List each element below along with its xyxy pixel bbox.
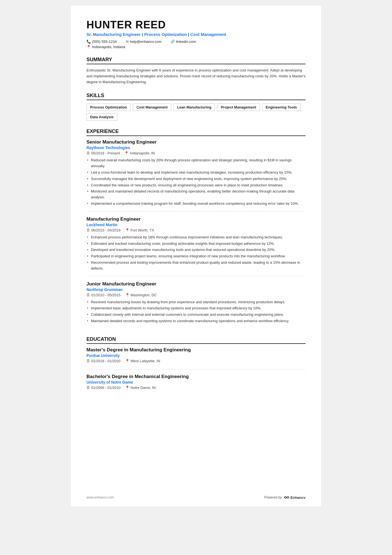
- bullet-list: Reduced overall manufacturing costs by 2…: [86, 157, 306, 206]
- location-text: Washington, DC: [131, 293, 157, 297]
- linkedin-icon: 🔗: [170, 40, 175, 44]
- bullet-item: Estimated and tracked manufacturing cost…: [86, 241, 306, 247]
- summary-text: Enthusiastic Sr. Manufacturing Engineer …: [86, 68, 306, 85]
- location-text: West Lafayette, IN: [131, 359, 160, 363]
- linkedin-contact: 🔗 linkedin.com: [170, 40, 196, 44]
- skill-tag: Engineering Tools: [262, 103, 301, 111]
- location-pin-icon: 📍: [125, 386, 130, 390]
- experience-section: EXPERIENCE Senior Manufacturing Engineer…: [86, 129, 306, 328]
- job-dates: 🗓 05/2019 - Present: [86, 151, 120, 155]
- company-name: Raytheon Technologies: [86, 145, 306, 150]
- location-text: Fort Worth, TX: [131, 228, 154, 232]
- job-dates: 🗓 06/2015 - 04/2019: [86, 228, 121, 232]
- email-address: help@enhancv.com: [130, 40, 162, 44]
- resume-header: HUNTER REED Sr. Manufacturing Engineer |…: [86, 19, 306, 49]
- bullet-item: Monitored and maintained detailed record…: [86, 189, 306, 200]
- bullet-item: Reduced overall manufacturing costs by 2…: [86, 157, 306, 169]
- location-pin-icon: 📍: [125, 293, 130, 297]
- education-section: EDUCATION Master's Degree in Manufacturi…: [86, 336, 306, 396]
- job-meta: 🗓 01/2010 - 05/2015 📍 Washington, DC: [86, 293, 306, 297]
- enhancv-logo-icon: [284, 495, 290, 500]
- date-range: 01/2006 - 01/2010: [91, 386, 121, 390]
- enhancv-logo: Enhancv: [284, 495, 306, 500]
- email-contact: ✉ help@enhancv.com: [126, 40, 162, 44]
- location-text: Notre Dame, IN: [131, 386, 156, 390]
- calendar-icon: 🗓: [86, 293, 90, 297]
- location-text: Indianapolis, Indiana: [92, 45, 125, 49]
- experience-block: Junior Manufacturing Engineer Northrop G…: [86, 281, 306, 329]
- date-range: 05/2019 - Present: [91, 151, 120, 155]
- footer: www.enhancv.com Powered by Enhancv: [86, 495, 306, 500]
- job-title: Manufacturing Engineer: [86, 216, 306, 222]
- contact-row: 📞 (555) 555-1234 ✉ help@enhancv.com 🔗 li…: [86, 40, 306, 44]
- education-block: Bachelor's Degree in Mechanical Engineer…: [86, 374, 306, 396]
- location-pin-icon: 📍: [125, 359, 130, 363]
- footer-brand: Powered by Enhancv: [264, 495, 306, 500]
- bullet-item: Successfully managed the development and…: [86, 176, 306, 182]
- bullet-item: Enhanced process performance by 18% thro…: [86, 235, 306, 240]
- skill-tag: Data Analysis: [86, 113, 117, 121]
- summary-title: SUMMARY: [86, 57, 306, 64]
- phone-icon: 📞: [86, 40, 91, 44]
- powered-by-text: Powered by: [264, 495, 282, 499]
- edu-school: University of Notre Dame: [86, 380, 306, 384]
- edu-dates: 🗓 01/2018 - 01/2020: [86, 359, 121, 363]
- calendar-icon: 🗓: [86, 151, 90, 155]
- footer-website: www.enhancv.com: [86, 495, 114, 499]
- candidate-title: Sr. Manufacturing Engineer | Process Opt…: [86, 32, 306, 37]
- bullet-item: Collaborated closely with internal and e…: [86, 312, 306, 318]
- date-range: 01/2018 - 01/2020: [91, 359, 121, 363]
- edu-dates: 🗓 01/2006 - 01/2010: [86, 386, 121, 390]
- candidate-name: HUNTER REED: [86, 19, 306, 31]
- calendar-icon: 🗓: [86, 359, 90, 363]
- job-location: 📍 Washington, DC: [125, 293, 157, 297]
- education-title: EDUCATION: [86, 336, 306, 344]
- linkedin-url: linkedin.com: [176, 40, 196, 44]
- job-location: 📍 Fort Worth, TX: [125, 228, 154, 232]
- enhancv-brand-name: Enhancv: [291, 495, 306, 500]
- skill-tag: Project Management: [217, 103, 260, 111]
- location-text: Indianapolis, IN: [130, 151, 155, 155]
- bullet-item: Coordinated the release of new products,…: [86, 182, 306, 188]
- location-pin-icon: 📍: [125, 228, 130, 232]
- experience-title: EXPERIENCE: [86, 129, 306, 136]
- resume-page: HUNTER REED Sr. Manufacturing Engineer |…: [71, 6, 321, 506]
- edu-meta: 🗓 01/2006 - 01/2010 📍 Notre Dame, IN: [86, 386, 306, 390]
- edu-school: Purdue University: [86, 353, 306, 358]
- bullet-list: Resolved manufacturing issues by drawing…: [86, 299, 306, 324]
- location-row: 📍 Indianapolis, Indiana: [86, 45, 306, 49]
- bullet-item: Implemented a comprehensive training pro…: [86, 201, 306, 207]
- bullet-item: Maintained detailed records and reportin…: [86, 318, 306, 324]
- bullet-item: Led a cross-functional team to develop a…: [86, 170, 306, 176]
- skill-tag: Cost Management: [133, 103, 171, 111]
- education-block: Master's Degree in Manufacturing Enginee…: [86, 347, 306, 369]
- location-pin-icon: 📍: [124, 151, 129, 155]
- skills-container: Process OptimizationCost ManagementLean …: [86, 103, 306, 121]
- job-title: Junior Manufacturing Engineer: [86, 281, 306, 287]
- job-dates: 🗓 01/2010 - 05/2015: [86, 293, 121, 297]
- job-location: 📍 Indianapolis, IN: [124, 151, 155, 155]
- experience-block: Manufacturing Engineer Lockheed Martin 🗓…: [86, 216, 306, 276]
- company-name: Northrop Grumman: [86, 287, 306, 292]
- experience-container: Senior Manufacturing Engineer Raytheon T…: [86, 139, 306, 328]
- location-icon: 📍: [86, 45, 91, 49]
- bullet-list: Enhanced process performance by 18% thro…: [86, 235, 306, 272]
- edu-location: 📍 Notre Dame, IN: [125, 386, 156, 390]
- summary-section: SUMMARY Enthusiastic Sr. Manufacturing E…: [86, 57, 306, 85]
- job-title: Senior Manufacturing Engineer: [86, 139, 306, 145]
- phone-contact: 📞 (555) 555-1234: [86, 40, 117, 44]
- calendar-icon: 🗓: [86, 386, 90, 390]
- date-range: 06/2015 - 04/2019: [91, 228, 121, 232]
- job-meta: 🗓 05/2019 - Present 📍 Indianapolis, IN: [86, 151, 306, 155]
- bullet-item: Resolved manufacturing issues by drawing…: [86, 299, 306, 305]
- skills-section: SKILLS Process OptimizationCost Manageme…: [86, 93, 306, 121]
- edu-meta: 🗓 01/2018 - 01/2020 📍 West Lafayette, IN: [86, 359, 306, 363]
- bullet-item: Developed and transferred innovative man…: [86, 247, 306, 253]
- edu-degree: Master's Degree in Manufacturing Enginee…: [86, 347, 306, 353]
- skill-tag: Lean Manufacturing: [173, 103, 215, 111]
- education-container: Master's Degree in Manufacturing Enginee…: [86, 347, 306, 396]
- edu-degree: Bachelor's Degree in Mechanical Engineer…: [86, 374, 306, 379]
- phone-number: (555) 555-1234: [92, 40, 117, 44]
- bullet-item: Recommended process and tooling improvem…: [86, 260, 306, 272]
- email-icon: ✉: [126, 40, 129, 44]
